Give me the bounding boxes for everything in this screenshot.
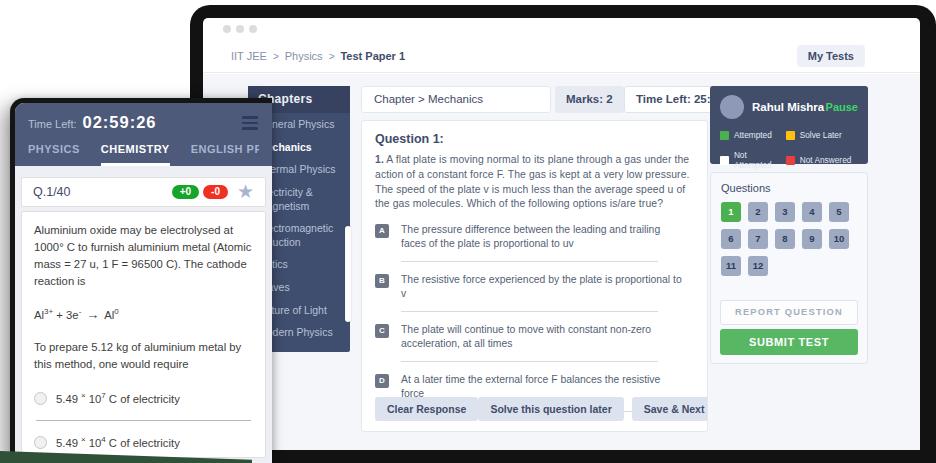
submit-test-button[interactable]: SUBMIT TEST: [720, 329, 858, 355]
option-letter-badge: D: [375, 374, 389, 388]
attempted-swatch-icon: [720, 131, 729, 140]
user-name: Rahul Mishra: [752, 101, 824, 113]
phone-mockup: Time Left:02:59:26 PHYSICS CHEMISTRY ENG…: [10, 98, 272, 463]
question-number-button[interactable]: 6: [721, 229, 741, 249]
window-dot-icon: [236, 25, 244, 33]
question-meta-bar: Q.1/40 +0 -0 ★: [21, 177, 266, 207]
not-answered-swatch-icon: [786, 156, 795, 165]
question-number-button[interactable]: 10: [829, 229, 849, 249]
window-dot-icon: [223, 25, 231, 33]
question-paragraph: Aluminium oxide may be electrolysed at 1…: [34, 222, 253, 290]
question-number-button[interactable]: 9: [802, 229, 822, 249]
question-number-button[interactable]: 11: [721, 256, 741, 276]
legend-solve-later: Solve Later: [786, 130, 858, 140]
not-attempted-swatch-icon: [720, 156, 729, 165]
question-number-button[interactable]: 7: [748, 229, 768, 249]
phone-question-card: Aluminium oxide may be electrolysed at 1…: [21, 211, 266, 458]
bookmark-star-icon[interactable]: ★: [237, 185, 254, 199]
breadcrumb-separator: >: [329, 51, 335, 62]
chapter-header: Chapter > Mechanics: [361, 86, 551, 113]
solve-later-swatch-icon: [786, 131, 795, 140]
option-letter-badge: A: [375, 224, 389, 238]
scrollbar[interactable]: [345, 226, 351, 322]
option-text: The resistive force experienced by the p…: [401, 273, 683, 301]
test-content-area: Chapters General Physics Mechanics Therm…: [203, 74, 920, 450]
question-number-button[interactable]: 4: [802, 202, 822, 222]
radio-button-icon[interactable]: [34, 392, 47, 405]
option-label: 5.49×107 C of electricity: [56, 390, 180, 408]
divider: [401, 311, 658, 312]
option-row-a[interactable]: A The pressure difference between the le…: [375, 223, 694, 251]
question-text: A flat plate is moving normal to its pla…: [375, 154, 690, 209]
question-number-button[interactable]: 8: [775, 229, 795, 249]
tab-english-proficiency[interactable]: ENGLISH PROFICIENCY: [191, 143, 259, 166]
divider: [401, 261, 658, 262]
report-question-button[interactable]: REPORT QUESTION: [720, 300, 858, 325]
option-label: 5.49×104 C of electricity: [56, 434, 180, 452]
timer-label: Time Left:: [28, 118, 77, 130]
breadcrumb-row: IIT JEE > Physics > Test Paper 1 My Test…: [203, 40, 920, 73]
desktop-mockup: IIT JEE > Physics > Test Paper 1 My Test…: [190, 5, 936, 463]
phone-header: Time Left:02:59:26 PHYSICS CHEMISTRY ENG…: [15, 103, 272, 166]
question-actions: Clear Response Solve this question later…: [375, 397, 694, 421]
question-number-button[interactable]: 12: [748, 256, 768, 276]
radio-button-icon[interactable]: [34, 436, 47, 449]
positive-marks-badge: +0: [172, 185, 199, 199]
browser-titlebar: [203, 18, 920, 40]
question-number-button[interactable]: 5: [829, 202, 849, 222]
question-title: Question 1:: [375, 132, 694, 146]
user-panel: Rahul Mishra Pause Attempted Solve Later…: [710, 86, 868, 164]
breadcrumb-item-iit-jee[interactable]: IIT JEE: [231, 50, 267, 62]
option-row-b[interactable]: B The resistive force experienced by the…: [375, 273, 694, 301]
option-letter-badge: B: [375, 274, 389, 288]
question-number-grid: 1 2 3 4 5 6 7 8 9 10 11 12: [721, 202, 857, 276]
divider: [36, 420, 251, 421]
legend-not-attempted: Not Attempted: [720, 150, 786, 170]
answer-option-2[interactable]: 5.49×104 C of electricity: [34, 434, 253, 452]
questions-palette: Questions 1 2 3 4 5 6 7 8 9 10 11 12 REP…: [710, 172, 868, 364]
question-number-button[interactable]: 2: [748, 202, 768, 222]
pause-button[interactable]: Pause: [826, 101, 858, 113]
hamburger-menu-icon[interactable]: [242, 116, 258, 133]
phone-content: Q.1/40 +0 -0 ★ Aluminium oxide may be el…: [15, 166, 272, 463]
browser-window: IIT JEE > Physics > Test Paper 1 My Test…: [203, 18, 920, 450]
option-row-c[interactable]: C The plate will continue to move with c…: [375, 323, 694, 351]
question-paragraph: To prepare 5.12 kg of aluminium metal by…: [34, 339, 253, 373]
window-dot-icon: [249, 25, 257, 33]
question-body: 1. A flat plate is moving normal to its …: [375, 153, 694, 212]
breadcrumb-item-physics[interactable]: Physics: [285, 50, 323, 62]
avatar: [720, 95, 744, 119]
question-card: Question 1: 1. A flat plate is moving no…: [361, 120, 708, 432]
tab-physics[interactable]: PHYSICS: [28, 143, 80, 166]
option-text: The plate will continue to move with con…: [401, 323, 683, 351]
question-number-button[interactable]: 3: [775, 202, 795, 222]
legend-not-answered: Not Answered: [786, 150, 858, 170]
timer-value: 02:59:26: [83, 113, 157, 131]
question-number-button[interactable]: 1: [721, 202, 741, 222]
negative-marks-badge: -0: [203, 185, 228, 199]
breadcrumb-item-test-paper: Test Paper 1: [340, 50, 405, 62]
option-letter-badge: C: [375, 324, 389, 338]
save-next-button[interactable]: Save & Next: [632, 397, 708, 421]
status-legend: Attempted Solve Later Not Attempted Not …: [720, 130, 858, 170]
question-counter: Q.1/40: [33, 185, 71, 199]
chemical-equation: Al3+ + 3e-→Al0: [34, 305, 253, 325]
tab-chemistry[interactable]: CHEMISTRY: [101, 143, 170, 166]
divider: [401, 361, 658, 362]
option-text: The pressure difference between the lead…: [401, 223, 683, 251]
answer-option-1[interactable]: 5.49×107 C of electricity: [34, 390, 253, 408]
marks-badge: Marks: 2: [555, 86, 624, 113]
clear-response-button[interactable]: Clear Response: [375, 397, 478, 421]
legend-attempted: Attempted: [720, 130, 786, 140]
my-tests-button[interactable]: My Tests: [797, 45, 865, 67]
questions-palette-title: Questions: [721, 182, 857, 194]
breadcrumb-separator: >: [273, 51, 279, 62]
solve-later-button[interactable]: Solve this question later: [478, 397, 623, 421]
subject-tabs: PHYSICS CHEMISTRY ENGLISH PROFICIENCY: [28, 143, 259, 166]
answer-options: 5.49×107 C of electricity 5.49×104 C of …: [34, 390, 253, 463]
arrow-icon: →: [86, 307, 99, 322]
question-number-prefix: 1.: [375, 154, 384, 165]
